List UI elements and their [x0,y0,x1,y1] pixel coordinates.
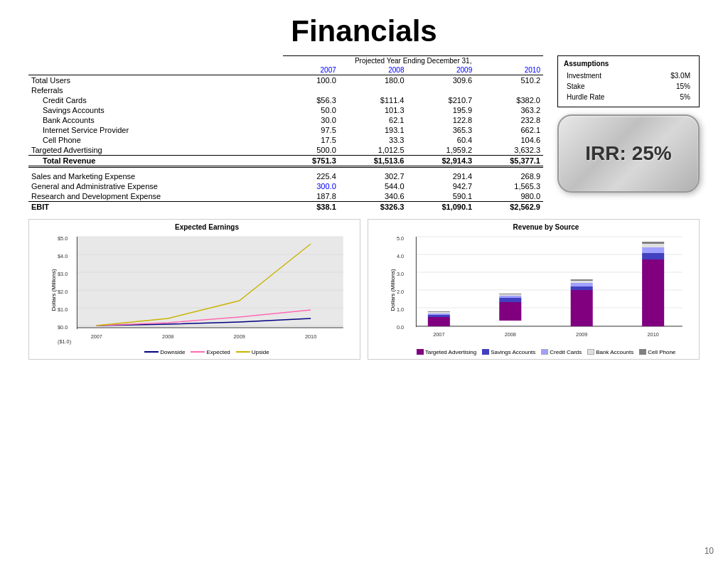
left-chart-svg: $5.0 $4.0 $3.0 $2.0 $1.0 $0.0 ($1.0) [58,233,356,347]
bar-2008-cell [499,294,521,294]
assumption-row: Investment$3.0M [565,71,692,80]
ry-0: 0.0 [397,323,404,330]
legend-downside-label: Downside [160,349,185,355]
right-section: Assumptions Investment$3.0MStake15%Hurdl… [557,55,700,212]
bar-2009-credit [571,283,593,286]
year-2008: 2008 [339,65,407,75]
assumptions-table: Investment$3.0MStake15%Hurdle Rate5% [564,70,693,103]
legend-cell-color [639,349,646,355]
bar-2007-bank [428,312,450,313]
row-value: 104.6 [475,135,543,145]
x-tick-2007: 2007 [91,333,102,339]
y-tick-10: $1.0 [58,306,68,312]
legend-upside-label: Upside [252,349,269,355]
y-tick-40: $4.0 [58,252,68,259]
left-chart-area: Dollars (Millions) $5.0 $4.0 $3.0 $2.0 $… [58,233,356,347]
row-value: 225.4 [283,171,338,181]
row-value: $382.0 [475,95,543,105]
table-row: Total Users100.0180.0309.6510.2 [28,75,543,86]
row-value: 980.0 [475,191,543,202]
row-value: 17.5 [283,135,338,145]
legend-bank: Bank Accounts [587,349,633,355]
row-value: 3,632.3 [475,145,543,156]
assumption-label: Investment [565,71,646,80]
row-value: 1,012.5 [339,145,407,156]
legend-upside-color [236,351,250,353]
year-label-empty [28,65,283,75]
rx-2007: 2007 [433,331,444,337]
bar-2009-savings [571,286,593,290]
right-chart-title: Revenue by Source [397,223,695,231]
ry-2: 2.0 [397,288,404,294]
legend-expected: Expected [191,349,230,355]
row-label: General and Administrative Expense [28,181,283,191]
row-value: 33.3 [339,135,407,145]
assumption-row: Stake15% [565,82,692,91]
bar-2007-cell [428,311,450,312]
left-chart-legend: Downside Expected Upside [58,349,356,355]
legend-credit-label: Credit Cards [550,349,582,355]
row-value: $1,090.1 [407,201,476,212]
row-value: 300.0 [283,181,338,191]
x-tick-2009: 2009 [234,333,245,339]
row-value: $1,513.6 [339,156,407,167]
bar-2008-savings [499,298,521,302]
row-value: 268.9 [475,171,543,181]
rx-2010: 2010 [648,331,659,337]
right-y-label: Dollars (Millions) [390,269,396,311]
x-tick-2008: 2008 [162,333,173,339]
assumption-value: 5% [647,92,692,102]
row-value: 500.0 [283,145,338,156]
year-2009: 2009 [407,65,476,75]
row-label: Sales and Marketing Expense [28,171,283,181]
bar-2009-cell [571,279,593,281]
table-row: Research and Development Expense187.8340… [28,191,543,202]
charts-section: Expected Earnings Dollars (Millions) $5.… [28,219,700,360]
row-value: 62.1 [339,115,407,125]
ry-5: 5.0 [397,235,404,241]
bar-2010-targeted [642,259,664,326]
row-value: 340.6 [339,191,407,202]
assumption-label: Hurdle Rate [565,92,646,102]
row-value: 122.8 [407,115,476,125]
irr-box: IRR: 25% [557,114,700,193]
row-value: $111.4 [339,95,407,105]
bar-2007-savings [428,315,450,317]
table-row: Bank Accounts30.062.1122.8232.8 [28,115,543,125]
legend-cell: Cell Phone [639,349,675,355]
bar-2008-bank [499,294,521,296]
left-chart-title: Expected Earnings [58,223,356,231]
bar-2008-targeted [499,302,521,321]
row-value [475,85,543,95]
table-row: Total Revenue$751.3$1,513.6$2,914.3$5,37… [28,156,543,167]
row-value: 1,565.3 [475,181,543,191]
row-value: 100.0 [283,75,338,86]
row-label: Savings Accounts [28,105,283,115]
y-tick-20: $2.0 [58,288,68,294]
right-chart-legend: Targeted Advertising Savings Accounts Cr… [397,349,695,355]
row-label: Referrals [28,85,283,95]
row-value: 60.4 [407,135,476,145]
row-value: 1,959.2 [407,145,476,156]
row-value: 30.0 [283,115,338,125]
y-tick-00: $0.0 [58,323,68,330]
row-label: Total Revenue [28,156,283,167]
legend-credit-color [541,349,548,355]
page: Financials Projected Year Ending Decembe… [0,0,728,563]
year-2010: 2010 [475,65,543,75]
table-row: EBIT$38.1$326.3$1,090.1$2,562.9 [28,201,543,212]
row-value: 101.3 [339,105,407,115]
row-label: Targeted Advertising [28,145,283,156]
row-value: $2,914.3 [407,156,476,167]
ry-3: 3.0 [397,270,404,277]
y-tick-50: $5.0 [58,235,68,241]
table-row: General and Administrative Expense300.05… [28,181,543,191]
row-value: $56.3 [283,95,338,105]
legend-targeted-label: Targeted Advertising [425,349,477,355]
row-label: Research and Development Expense [28,191,283,202]
row-value: 302.7 [339,171,407,181]
bar-2008-credit [499,296,521,298]
year-2007: 2007 [283,65,338,75]
row-label: Bank Accounts [28,115,283,125]
rx-2009: 2009 [576,331,587,337]
